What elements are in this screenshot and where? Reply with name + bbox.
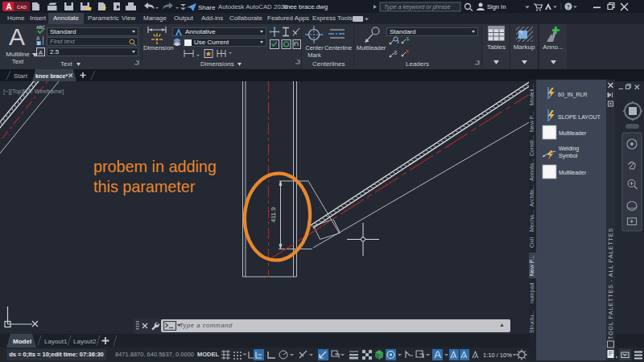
svg-text:8: 8: [394, 50, 398, 56]
svg-text:CAD: CAD: [17, 5, 27, 10]
svg-text:Autodesk AutoCAD 2023: Autodesk AutoCAD 2023: [218, 3, 287, 10]
svg-text:Layout1: Layout1: [44, 338, 68, 345]
svg-text:this parameter: this parameter: [93, 178, 196, 195]
svg-text:TOOL PALETTES - ALL PALETTES: TOOL PALETTES - ALL PALETTES: [608, 228, 613, 339]
svg-text:Multileader: Multileader: [559, 130, 587, 136]
svg-text:knee brace.dwg: knee brace.dwg: [283, 3, 328, 10]
svg-text:A: A: [39, 49, 43, 56]
svg-text:?: ?: [567, 4, 570, 10]
svg-text:Layout2: Layout2: [73, 338, 97, 345]
svg-text:60_IN_RLR: 60_IN_RLR: [558, 92, 588, 98]
svg-text:[−][Top][2D Wireframe]: [−][Top][2D Wireframe]: [3, 88, 64, 95]
svg-text:Symbol: Symbol: [559, 153, 578, 159]
svg-text:411.9: 411.9: [270, 207, 277, 223]
svg-text:1:10 / 10%: 1:10 / 10%: [483, 352, 512, 359]
svg-text:Model: Model: [13, 338, 31, 345]
svg-text:Start: Start: [14, 72, 28, 80]
svg-text:Sign In: Sign In: [487, 3, 506, 10]
svg-text:Welding: Welding: [559, 146, 579, 152]
svg-text:knee brace*: knee brace*: [35, 72, 68, 80]
svg-text:Share: Share: [198, 4, 216, 11]
svg-text:SLOPE LAYOUT: SLOPE LAYOUT: [558, 114, 601, 120]
svg-text:A: A: [6, 2, 11, 11]
svg-text:B: B: [37, 42, 39, 46]
svg-text:A: A: [36, 35, 40, 41]
svg-text:probem in adding: probem in adding: [93, 158, 217, 175]
svg-text:Type a keyword or phrase: Type a keyword or phrase: [384, 3, 451, 10]
svg-text:Multileader: Multileader: [559, 170, 587, 175]
